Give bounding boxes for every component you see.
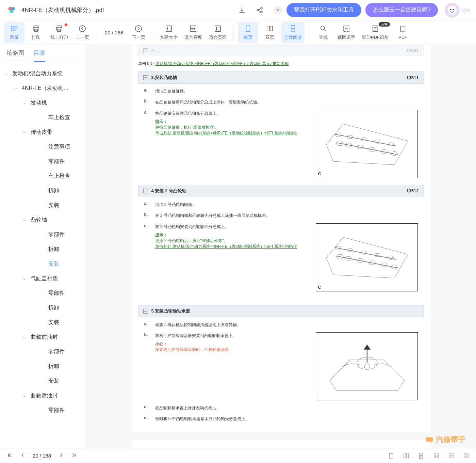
step-letter: b. xyxy=(144,99,150,106)
toolbar-PDF[interactable]: PDF xyxy=(393,22,413,43)
outline-item[interactable]: 曲轴后油封 xyxy=(0,388,85,403)
next-page xyxy=(131,440,431,448)
continuous-icon[interactable] xyxy=(418,453,424,459)
section-number: 13511 xyxy=(406,75,418,80)
document-viewport[interactable]: − 2. ... 13501 单击此处 发动机/混合动力系统>4NR-FE（发动… xyxy=(86,45,476,448)
step-row: b.在凸轮轴轴颈和凸轮轴壳分总成上涂抹一薄层发动机机油。 xyxy=(138,95,424,106)
toolbar-下一页[interactable]: 下一页 xyxy=(128,22,149,43)
outline-item[interactable]: 车上检查 xyxy=(0,169,85,183)
feedback-button[interactable]: 怎么跟云一朵提建议呢? xyxy=(365,3,438,17)
outline-item[interactable]: 安装 xyxy=(0,198,85,213)
toolbar-连续阅读[interactable]: 连续阅读 xyxy=(281,22,305,43)
toolbar-实际大小[interactable]: 实际大小 xyxy=(157,22,180,43)
breadcrumb-link[interactable]: 发动机/混合动力系统>4NR-FE（发动机机械部分）>发动机单元>重新装配 xyxy=(155,61,289,66)
svg-rect-61 xyxy=(420,453,423,456)
step-row: a.清洁凸轮轴轴颈。 xyxy=(138,84,424,95)
outline-item[interactable]: 拆卸 xyxy=(0,242,85,257)
app-logo-icon xyxy=(7,5,16,15)
first-page-button[interactable] xyxy=(7,453,13,459)
next-page-button[interactable] xyxy=(58,453,64,458)
toolbar-打印[interactable]: 打印 xyxy=(26,22,46,43)
outline-item[interactable]: 发动机 xyxy=(0,96,85,110)
outline-item[interactable]: 零部件 xyxy=(0,345,85,359)
outline-item[interactable]: 安装 xyxy=(0,374,85,388)
step-text: 在凸轮轴轴颈和凸轮轴壳分总成上涂抹一薄层发动机机油。 xyxy=(155,99,418,106)
outline-item[interactable]: 安装 xyxy=(0,257,85,271)
outline-item[interactable]: 注意事项 xyxy=(0,140,85,154)
toolbar-上一页[interactable]: 上一页 xyxy=(72,22,93,43)
toolbar-双页[interactable]: 双页 xyxy=(260,22,280,43)
outline-item[interactable]: 4NR-FE（发动机… xyxy=(0,81,85,96)
outline-item[interactable]: 零部件 xyxy=(0,227,85,242)
toolbar-截图识字[interactable]: 截图识字 xyxy=(335,22,358,43)
prev-page-button[interactable] xyxy=(20,453,26,458)
share-icon[interactable] xyxy=(256,6,263,14)
svg-rect-28 xyxy=(291,29,295,31)
outline-item[interactable]: 凸轮轴 xyxy=(0,213,85,227)
outline-item[interactable]: 零部件 xyxy=(0,286,85,301)
sidebar-tab-缩略图[interactable]: 缩略图 xyxy=(7,49,24,62)
toolbar-适合页面[interactable]: 适合页面 xyxy=(206,22,229,43)
step-text: 在凸轮轴轴承盖上涂抹发动机机油。 xyxy=(155,404,418,411)
hint-link-row: 单击此处 发动机/混合动力系统>4NR-FE（发动机控制系统）>SFI 系统>初… xyxy=(155,244,310,250)
toolbar-目录[interactable]: 目录 xyxy=(4,22,24,43)
toolbar-线上打印[interactable]: 线上打印 xyxy=(48,22,71,43)
svg-rect-60 xyxy=(407,454,409,458)
close-icon[interactable]: × xyxy=(274,6,282,15)
toolbar-查找[interactable]: 查找 xyxy=(313,22,333,43)
last-page-button[interactable] xyxy=(71,453,77,459)
outline-item[interactable]: 发动机/混合动力系统 xyxy=(0,66,85,81)
svg-rect-20 xyxy=(166,26,172,31)
collapse-icon[interactable]: − xyxy=(143,75,148,80)
step-row: a.清洁 2 号凸轮轴轴颈。 xyxy=(138,197,424,208)
two-page-icon[interactable] xyxy=(403,453,409,459)
outline-item[interactable]: 拆卸 xyxy=(0,183,85,198)
collapse-icon[interactable]: − xyxy=(143,309,148,314)
collapse-icon[interactable]: − xyxy=(143,189,148,193)
svg-point-56 xyxy=(364,364,370,369)
chevron-down-icon xyxy=(22,394,27,398)
outline-item[interactable]: 曲轴前油封 xyxy=(0,330,85,345)
hint-text: 更换凸轮轴后，执行"维修后检查"。 xyxy=(155,125,310,130)
outline-item[interactable]: 零部件 xyxy=(0,154,85,169)
toolbar-page[interactable]: 20 / 168 xyxy=(101,30,127,35)
hint-link-row: 单击此处 发动机/混合动力系统>4NR-FE（发动机控制系统）>SFI 系统>初… xyxy=(155,130,310,136)
svg-rect-57 xyxy=(426,437,433,442)
fit-width-icon[interactable] xyxy=(448,453,454,459)
outline-item[interactable]: 传动皮带 xyxy=(0,125,85,140)
diagram-image: C xyxy=(316,110,418,178)
download-icon[interactable] xyxy=(238,6,246,14)
svg-rect-27 xyxy=(291,25,295,28)
svg-rect-9 xyxy=(12,26,17,27)
toolbar-适合宽度[interactable]: 适合宽度 xyxy=(182,22,205,43)
chevron-down-icon xyxy=(4,72,8,76)
svg-point-19 xyxy=(135,25,142,31)
hint-link[interactable]: 单击此处 发动机/混合动力系统>4NR-FE（发动机控制系统）>SFI 系统>初… xyxy=(155,131,297,135)
assistant-avatar-icon[interactable] xyxy=(445,3,460,18)
page-number: 20 / 168 xyxy=(33,453,51,459)
step-letter: d. xyxy=(144,415,150,422)
svg-rect-11 xyxy=(12,30,15,31)
sidebar-tab-目录[interactable]: 目录 xyxy=(34,49,45,62)
outline-item[interactable]: 车上检查 xyxy=(0,110,85,125)
step-row: c.将 2 号凸轮轴安装到凸轮轴壳分总成上。提示：更换 2 号凸轮轴后，执行"维… xyxy=(138,219,424,291)
hint-text: 更换 2 号凸轮轴后，执行"维修后检查"。 xyxy=(155,238,310,244)
fit-page-icon[interactable] xyxy=(463,453,469,459)
outline-item[interactable]: 零部件 xyxy=(0,403,85,418)
outline-item[interactable]: 气缸盖衬垫 xyxy=(0,271,85,286)
outline-item[interactable]: 拆卸 xyxy=(0,359,85,374)
svg-rect-22 xyxy=(215,26,221,31)
outline-item[interactable]: 拆卸 xyxy=(0,301,85,315)
single-page-icon[interactable] xyxy=(388,453,394,459)
outline-item[interactable]: 安装 xyxy=(0,315,85,330)
svg-rect-31 xyxy=(373,26,378,31)
toolbar-影印PDF识别[interactable]: 影印PDF识别SVIP xyxy=(359,22,391,43)
svg-rect-59 xyxy=(404,454,406,458)
actual-size-icon[interactable]: 1:1 xyxy=(433,453,439,459)
breadcrumb-link-row: 单击此处 发动机/混合动力系统>4NR-FE（发动机机械部分）>发动机单元>重新… xyxy=(138,56,424,71)
page-indicator: 20 / 168 xyxy=(105,30,123,35)
hint-link[interactable]: 单击此处 发动机/混合动力系统>4NR-FE（发动机控制系统）>SFI 系统>初… xyxy=(155,244,297,249)
collapse-icon[interactable]: − xyxy=(143,48,148,53)
toolbar-单页[interactable]: 单页 xyxy=(238,22,258,43)
watermark-tool-button[interactable]: 帮我打开PDF去水印工具 xyxy=(286,3,361,17)
